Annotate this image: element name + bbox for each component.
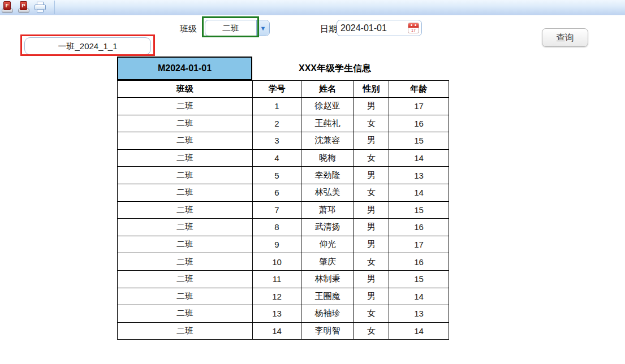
date-filter-label: 日期 (320, 24, 337, 34)
table-cell: 9 (253, 236, 301, 253)
table-cell: 2 (253, 115, 301, 132)
tab-class1-report[interactable]: 一班_2024_1_1 (24, 37, 151, 55)
report-top-row: M2024-01-01 XXX年级学生信息 (117, 57, 449, 80)
table-row: 二班14李明智女14 (118, 322, 449, 340)
column-header: 班级 (118, 81, 253, 98)
column-header: 年龄 (389, 81, 449, 98)
table-row: 二班7萧邛男15 (118, 201, 449, 219)
table-cell: 二班 (118, 115, 253, 132)
table-cell: 16 (389, 115, 449, 132)
table-cell: 二班 (118, 98, 253, 115)
table-cell: 男 (354, 219, 389, 236)
table-cell: 16 (389, 219, 449, 236)
table-cell: 男 (354, 201, 389, 219)
red-document-glyph: F (3, 1, 11, 10)
table-cell: 沈兼容 (301, 132, 354, 150)
table-cell: 晓梅 (301, 149, 354, 167)
table-cell: 男 (354, 236, 389, 253)
date-input[interactable]: 2024-01-01 17 (337, 20, 422, 36)
table-cell: 二班 (118, 305, 253, 323)
class-select-value: 二班 (205, 20, 256, 36)
table-cell: 14 (389, 184, 449, 201)
printer-output (37, 9, 44, 12)
report-title: XXX年级学生信息 (252, 57, 417, 80)
column-header: 性别 (354, 81, 389, 98)
table-cell: 13 (389, 167, 449, 184)
table-cell: 8 (253, 219, 301, 236)
table-cell: 女 (354, 322, 389, 340)
table-cell: 女 (354, 184, 389, 201)
table-cell: 男 (354, 270, 389, 288)
table-cell: 15 (389, 132, 449, 150)
table-cell: 7 (253, 201, 301, 219)
table-cell: 男 (354, 167, 389, 184)
class-filter-label: 班级 (180, 24, 197, 34)
table-cell: 肇庆 (301, 253, 354, 271)
red-document-glyph: P (20, 1, 27, 10)
column-header: 姓名 (301, 81, 354, 98)
table-cell: 王莼礼 (301, 115, 354, 132)
table-cell: 二班 (118, 288, 253, 305)
table-header-row: 班级学号姓名性别年龄 (118, 81, 449, 98)
table-row: 二班3沈兼容男15 (118, 132, 449, 150)
table-row: 二班2王莼礼女16 (118, 115, 449, 132)
table-cell: 女 (354, 305, 389, 323)
table-cell: 幸劲隆 (301, 167, 354, 184)
class-select[interactable]: 二班 ▼ (205, 20, 270, 36)
table-cell: 李明智 (301, 322, 354, 340)
export-pdf-f-icon[interactable]: F (1, 1, 14, 14)
table-row: 二班10肇庆女16 (118, 253, 449, 271)
table-cell: 13 (253, 305, 301, 323)
table-row: 二班12王圈魔男14 (118, 288, 449, 305)
query-button[interactable]: 查询 (542, 28, 588, 47)
table-cell: 1 (253, 98, 301, 115)
toolbar: F P (0, 0, 625, 15)
table-row: 二班13杨袖珍女13 (118, 305, 449, 323)
table-row: 二班5幸劲隆男13 (118, 167, 449, 184)
table-cell: 5 (253, 167, 301, 184)
table-cell: 王圈魔 (301, 288, 354, 305)
table-cell: 10 (253, 253, 301, 271)
table-row: 二班8武清扬男16 (118, 219, 449, 236)
table-row: 二班6林弘美女14 (118, 184, 449, 201)
table-row: 二班9仰光男17 (118, 236, 449, 253)
table-cell: 二班 (118, 149, 253, 167)
table-cell: 女 (354, 253, 389, 271)
table-cell: 女 (354, 115, 389, 132)
table-cell: 萧邛 (301, 201, 354, 219)
print-icon[interactable] (34, 1, 46, 14)
table-cell: 14 (389, 322, 449, 340)
table-row: 二班11林制秉男15 (118, 270, 449, 288)
table-cell: 二班 (118, 167, 253, 184)
table-row: 二班1徐赵亚男17 (118, 98, 449, 115)
table-cell: 4 (253, 149, 301, 167)
date-input-value: 2024-01-01 (340, 23, 387, 33)
table-cell: 13 (389, 305, 449, 323)
table-cell: 二班 (118, 201, 253, 219)
export-pdf-p-icon[interactable]: P (18, 1, 30, 14)
table-cell: 14 (389, 288, 449, 305)
table-cell: 男 (354, 132, 389, 150)
toolbar-divider (54, 1, 55, 14)
table-cell: 二班 (118, 236, 253, 253)
calendar-icon-header (408, 23, 419, 28)
report-code-cell: M2024-01-01 (117, 57, 252, 80)
table-cell: 二班 (118, 184, 253, 201)
column-header: 学号 (253, 81, 301, 98)
table-cell: 女 (354, 149, 389, 167)
chevron-down-icon[interactable]: ▼ (256, 20, 269, 36)
table-row: 二班4晓梅女14 (118, 149, 449, 167)
table-cell: 仰光 (301, 236, 354, 253)
table-cell: 林制秉 (301, 270, 354, 288)
table-cell: 3 (253, 132, 301, 150)
table-cell: 二班 (118, 322, 253, 340)
calendar-icon-day: 17 (408, 28, 419, 33)
table-cell: 17 (389, 236, 449, 253)
calendar-icon[interactable]: 17 (408, 23, 419, 33)
table-cell: 二班 (118, 132, 253, 150)
table-cell: 12 (253, 288, 301, 305)
table-cell: 二班 (118, 253, 253, 271)
table-cell: 男 (354, 98, 389, 115)
table-cell: 14 (389, 149, 449, 167)
table-cell: 男 (354, 288, 389, 305)
